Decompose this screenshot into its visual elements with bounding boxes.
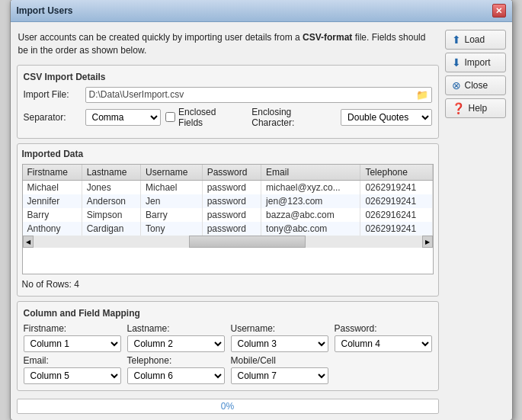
col-header-firstname: Firstname <box>23 165 82 181</box>
title-close-button[interactable]: ✕ <box>492 4 506 18</box>
email-column-select[interactable]: Column 1Column 2Column 3Column 4Column 5… <box>24 367 121 384</box>
col-header-telephone: Telephone <box>360 165 432 181</box>
table-cell: Jones <box>82 180 140 194</box>
imported-data-section: Imported Data Firstname Lastname Usernam… <box>17 143 439 297</box>
info-prefix: User accounts can be created quickly by … <box>18 32 303 43</box>
table-cell: michael@xyz.co... <box>261 180 360 194</box>
table-cell: password <box>202 222 261 236</box>
mapping-password-label: Password: <box>335 323 432 334</box>
mapping-mobile-label: Mobile/Cell <box>231 355 328 366</box>
scroll-left-arrow[interactable]: ◀ <box>23 236 34 248</box>
table-cell: 0262919241 <box>360 180 432 194</box>
enclosed-fields-wrap: Enclosed Fields <box>165 107 242 128</box>
scroll-right-arrow[interactable]: ▶ <box>422 236 433 248</box>
username-column-select[interactable]: Column 1Column 2Column 3Column 4Column 5… <box>231 335 328 352</box>
table-cell: password <box>202 180 261 194</box>
mapping-section-label: Column and Field Mapping <box>24 308 432 319</box>
mapping-username-label: Username: <box>231 323 328 334</box>
mapping-mobile: Mobile/Cell Column 1Column 2Column 3Colu… <box>231 355 328 384</box>
col-header-password: Password <box>202 165 261 181</box>
import-file-input[interactable]: D:\Data\UserImport.csv 📁 <box>85 87 432 103</box>
table-cell: 0262919241 <box>360 222 432 236</box>
imported-data-label: Imported Data <box>22 149 434 159</box>
table-cell: jen@123.com <box>261 194 360 208</box>
progress-bar-container: 0% <box>17 399 439 414</box>
data-table-container: Firstname Lastname Username Password Ema… <box>22 164 434 274</box>
close-label: Close <box>465 80 488 91</box>
load-icon: ⬆ <box>452 34 461 46</box>
help-button[interactable]: ❓ Help <box>445 98 506 118</box>
table-cell: Barry <box>141 208 203 222</box>
mapping-empty <box>335 355 432 384</box>
progress-label: 0% <box>221 401 234 412</box>
table-cell: tony@abc.com <box>261 222 360 236</box>
lastname-column-select[interactable]: Column 1Column 2Column 3Column 4Column 5… <box>127 335 225 352</box>
password-column-select[interactable]: Column 1Column 2Column 3Column 4Column 5… <box>335 335 432 352</box>
import-button[interactable]: ⬇ Import <box>445 53 506 72</box>
horizontal-scrollbar[interactable]: ◀ ▶ <box>23 236 433 248</box>
table-cell: password <box>202 194 261 208</box>
side-buttons: ⬆ Load ⬇ Import ⊗ Close ❓ Help <box>445 28 506 414</box>
row-count: No of Rows: 4 <box>22 277 434 291</box>
table-cell: Cardigan <box>82 222 140 236</box>
mapping-telephone-label: Telephone: <box>127 355 225 366</box>
table-cell: Michael <box>23 180 82 194</box>
col-header-email: Email <box>261 165 360 181</box>
mapping-email-label: Email: <box>24 355 121 366</box>
table-row: BarrySimpsonBarrypasswordbazza@abc.com02… <box>23 208 433 222</box>
import-file-row: Import File: D:\Data\UserImport.csv 📁 <box>24 87 432 103</box>
firstname-column-select[interactable]: Column 1Column 2Column 3Column 4Column 5… <box>24 335 121 352</box>
file-browse-icon[interactable]: 📁 <box>416 89 428 101</box>
import-label: Import <box>465 57 491 68</box>
load-button[interactable]: ⬆ Load <box>445 30 506 50</box>
mapping-grid-row1: Firstname: Column 1Column 2Column 3Colum… <box>24 323 432 352</box>
import-users-dialog: Import Users ✕ User accounts can be crea… <box>10 0 513 420</box>
mobile-column-select[interactable]: Column 1Column 2Column 3Column 4Column 5… <box>231 367 328 384</box>
dialog-title: Import Users <box>17 5 73 16</box>
table-cell: Anthony <box>23 222 82 236</box>
table-cell: Tony <box>141 222 203 236</box>
mapping-firstname: Firstname: Column 1Column 2Column 3Colum… <box>24 323 121 352</box>
separator-label: Separator: <box>24 112 81 123</box>
enclosing-char-select[interactable]: Double Quotes Single Quotes None <box>341 109 431 126</box>
main-content: User accounts can be created quickly by … <box>17 28 439 414</box>
help-label: Help <box>469 103 488 114</box>
table-cell: 0262916241 <box>360 208 432 222</box>
mapping-lastname-label: Lastname: <box>127 323 225 334</box>
enclosed-fields-label: Enclosed Fields <box>178 107 242 128</box>
dialog-body: User accounts can be created quickly by … <box>11 22 512 420</box>
enclosing-char-label: Enclosing Character: <box>251 107 336 128</box>
mapping-email: Email: Column 1Column 2Column 3Column 4C… <box>24 355 121 384</box>
table-cell: Simpson <box>82 208 140 222</box>
title-bar: Import Users ✕ <box>11 0 512 22</box>
separator-select[interactable]: Comma Tab Semicolon Space <box>85 109 162 126</box>
table-cell: 0262919241 <box>360 194 432 208</box>
close-icon: ⊗ <box>452 79 461 91</box>
scroll-track[interactable] <box>34 236 422 248</box>
close-button[interactable]: ⊗ Close <box>445 75 506 95</box>
table-cell: password <box>202 208 261 222</box>
table-cell: Jen <box>141 194 203 208</box>
table-row: MichaelJonesMichaelpasswordmichael@xyz.c… <box>23 180 433 194</box>
data-table: Firstname Lastname Username Password Ema… <box>23 165 433 236</box>
table-row: JenniferAndersonJenpasswordjen@123.com02… <box>23 194 433 208</box>
csv-section-label: CSV Import Details <box>24 72 432 82</box>
table-row: AnthonyCardiganTonypasswordtony@abc.com0… <box>23 222 433 236</box>
import-icon: ⬇ <box>452 56 461 69</box>
col-header-lastname: Lastname <box>82 165 140 181</box>
mapping-grid-row2: Email: Column 1Column 2Column 3Column 4C… <box>24 355 432 384</box>
enclosed-fields-checkbox[interactable] <box>165 112 175 122</box>
table-cell: Anderson <box>82 194 140 208</box>
info-bold: CSV-format <box>303 32 352 43</box>
table-header-row: Firstname Lastname Username Password Ema… <box>23 165 433 181</box>
help-icon: ❓ <box>452 102 465 114</box>
table-cell: Jennifer <box>23 194 82 208</box>
scroll-thumb[interactable] <box>189 236 306 248</box>
table-cell: Barry <box>23 208 82 222</box>
table-body: MichaelJonesMichaelpasswordmichael@xyz.c… <box>23 180 433 236</box>
mapping-firstname-label: Firstname: <box>24 323 121 334</box>
table-cell: Michael <box>141 180 203 194</box>
telephone-column-select[interactable]: Column 1Column 2Column 3Column 4Column 5… <box>127 367 225 384</box>
mapping-telephone: Telephone: Column 1Column 2Column 3Colum… <box>127 355 225 384</box>
mapping-section: Column and Field Mapping Firstname: Colu… <box>17 301 439 391</box>
